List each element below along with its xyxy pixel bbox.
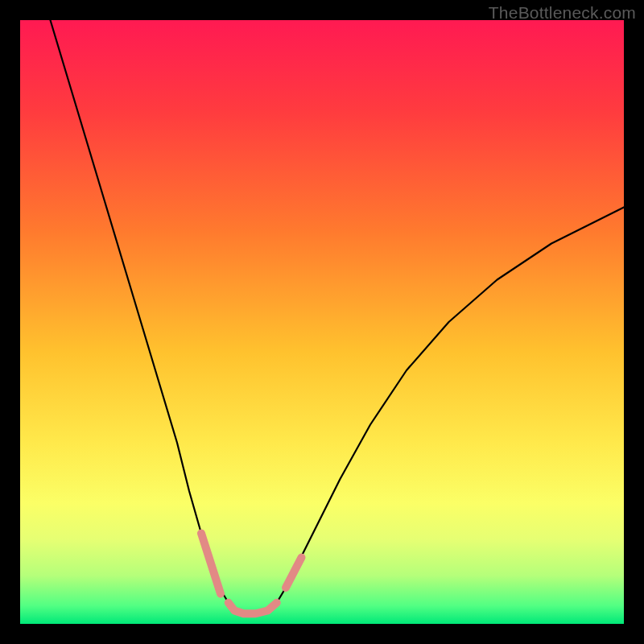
plot-area <box>20 20 624 624</box>
chart-frame: TheBottleneck.com <box>0 0 644 644</box>
watermark-text: TheBottleneck.com <box>489 3 636 23</box>
gradient-background <box>20 20 624 624</box>
chart-canvas <box>20 20 624 624</box>
